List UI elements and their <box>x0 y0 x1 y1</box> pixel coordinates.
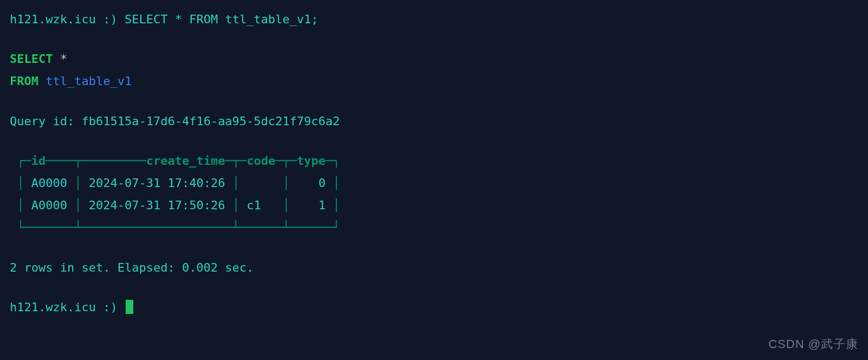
prompt-line-1[interactable]: h121.wzk.icu :) SELECT * FROM ttl_table_… <box>10 10 858 29</box>
blank-line <box>10 241 858 258</box>
sql-input: SELECT * FROM ttl_table_v1; <box>125 12 319 26</box>
keyword-select: SELECT <box>10 52 53 66</box>
cell-id: A0000 <box>31 198 67 212</box>
keyword-from: FROM <box>10 74 38 88</box>
col-header-code: code <box>247 154 275 168</box>
cell-code: c1 <box>247 198 261 212</box>
star: * <box>53 52 67 66</box>
table-row: │ A0000 │ 2024-07-31 17:40:26 │ │ 0 │ <box>10 173 858 192</box>
cell-id: A0000 <box>31 176 67 190</box>
blank-line <box>10 280 858 298</box>
prompt-host: h121.wzk.icu <box>10 12 96 26</box>
cell-type: 1 <box>319 198 326 212</box>
cursor-block <box>126 300 133 314</box>
table-identifier: ttl_table_v1 <box>38 74 132 88</box>
blank-line <box>10 134 858 151</box>
echo-sql-line-1: SELECT * <box>10 49 858 68</box>
echo-sql-line-2: FROM ttl_table_v1 <box>10 72 858 91</box>
prompt-smiley: :) <box>96 300 125 314</box>
watermark: CSDN @武子康 <box>768 335 858 353</box>
table-row: │ A0000 │ 2024-07-31 17:50:26 │ c1 │ 1 │ <box>10 196 858 215</box>
status-line: 2 rows in set. Elapsed: 0.002 sec. <box>10 258 858 277</box>
prompt-smiley: :) <box>96 12 125 26</box>
prompt-host: h121.wzk.icu <box>10 300 96 314</box>
query-id-value: fb61515a-17d6-4f16-aa95-5dc21f79c6a2 <box>81 114 340 128</box>
blank-line <box>10 94 858 112</box>
prompt-line-2[interactable]: h121.wzk.icu :) <box>10 298 858 317</box>
query-id-label: Query id: <box>10 114 74 128</box>
col-header-id: id <box>31 154 46 168</box>
cell-create-time: 2024-07-31 17:50:26 <box>89 198 225 212</box>
cell-create-time: 2024-07-31 17:40:26 <box>89 176 225 190</box>
table-bottom-border: └───────┴─────────────────────┴──────┴──… <box>10 218 858 237</box>
cell-code <box>247 176 275 190</box>
table-top-border: ┌─id────┬─────────create_time─┬─code─┬─t… <box>10 151 858 170</box>
cell-type: 0 <box>319 176 326 190</box>
col-header-type: type <box>297 154 326 168</box>
col-header-create-time: create_time <box>146 154 225 168</box>
query-id-line: Query id: fb61515a-17d6-4f16-aa95-5dc21f… <box>10 112 858 131</box>
blank-line <box>10 32 858 49</box>
